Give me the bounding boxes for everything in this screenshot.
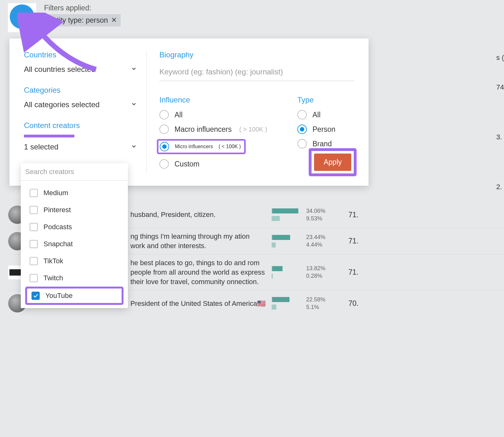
creator-option-tiktok[interactable]: TikTok — [27, 253, 122, 270]
chevron-down-icon — [131, 100, 137, 109]
radio-icon — [297, 125, 307, 134]
checkbox-icon — [30, 206, 38, 214]
chevron-down-icon — [131, 143, 137, 151]
checkbox-icon — [32, 292, 40, 300]
creators-dropdown: Medium Pinterest Podcasts Snapchat TikTo… — [21, 163, 128, 308]
column-header-partial: s ( — [496, 54, 504, 62]
content-creators-select[interactable]: 1 selected — [24, 143, 137, 151]
close-filters-button[interactable] — [10, 4, 34, 29]
annotation-highlight-apply: Apply — [309, 148, 357, 176]
creator-option-snapchat[interactable]: Snapchat — [27, 236, 122, 253]
row-bars: 34.06% 9.53% — [269, 207, 335, 223]
side-scores-partial: 74 3. 2. — [496, 83, 504, 191]
radio-icon — [159, 159, 169, 169]
categories-title: Categories — [24, 86, 137, 95]
creator-option-medium[interactable]: Medium — [27, 184, 122, 201]
biography-title: Biography — [159, 50, 354, 59]
influence-all-radio[interactable]: All — [159, 110, 278, 119]
chevron-down-icon — [131, 65, 137, 74]
radio-icon — [297, 110, 307, 119]
row-score: 71. — [338, 211, 360, 219]
influence-macro-radio[interactable]: Macro influencers ( > 100K ) — [159, 125, 278, 134]
checkbox-icon — [30, 240, 38, 248]
annotation-underline — [24, 135, 74, 137]
type-all-radio[interactable]: All — [297, 110, 354, 119]
creator-option-podcasts[interactable]: Podcasts — [27, 218, 122, 236]
radio-icon[interactable] — [160, 142, 169, 151]
content-creators-title: Content creators — [24, 121, 80, 130]
type-title: Type — [297, 96, 354, 104]
row-bars: 13.82% 0.28% — [269, 264, 335, 280]
annotation-highlight-micro: Micro influencers ( < 100K ) — [157, 139, 246, 154]
remove-filter-icon[interactable] — [111, 16, 117, 25]
countries-title: Countries — [24, 50, 137, 59]
apply-button[interactable]: Apply — [314, 154, 351, 171]
creator-option-twitch[interactable]: Twitch — [27, 270, 122, 287]
row-score: 70. — [338, 299, 360, 308]
influence-custom-radio[interactable]: Custom — [159, 159, 278, 169]
creator-option-youtube[interactable]: YouTube — [25, 287, 123, 305]
row-score: 71. — [338, 237, 360, 245]
influence-title: Influence — [159, 96, 278, 104]
categories-select[interactable]: All categories selected — [24, 100, 137, 109]
checkbox-icon — [30, 257, 38, 265]
countries-select[interactable]: All countries selected — [24, 65, 137, 74]
checkbox-icon — [30, 274, 38, 282]
filter-chip-entity-type[interactable]: Entity type: person — [44, 14, 121, 26]
checkbox-icon — [30, 223, 38, 231]
row-bars: 23.44% 4.44% — [269, 233, 335, 249]
biography-input[interactable] — [159, 65, 354, 81]
influence-micro-radio[interactable]: Micro influencers — [175, 144, 213, 149]
filters-applied-label: Filters applied: — [44, 4, 121, 12]
row-bars: 22.58% 5.1% — [269, 295, 335, 312]
row-score: 71. — [338, 268, 360, 277]
radio-icon — [159, 110, 169, 119]
filter-chip-text: Entity type: person — [48, 16, 108, 25]
radio-icon — [159, 125, 169, 134]
radio-icon — [297, 139, 307, 149]
creator-option-pinterest[interactable]: Pinterest — [27, 201, 122, 218]
type-person-radio[interactable]: Person — [297, 125, 354, 134]
type-brand-radio[interactable]: Brand — [297, 139, 354, 149]
creators-search-input[interactable] — [21, 163, 128, 181]
checkbox-icon — [30, 189, 38, 197]
